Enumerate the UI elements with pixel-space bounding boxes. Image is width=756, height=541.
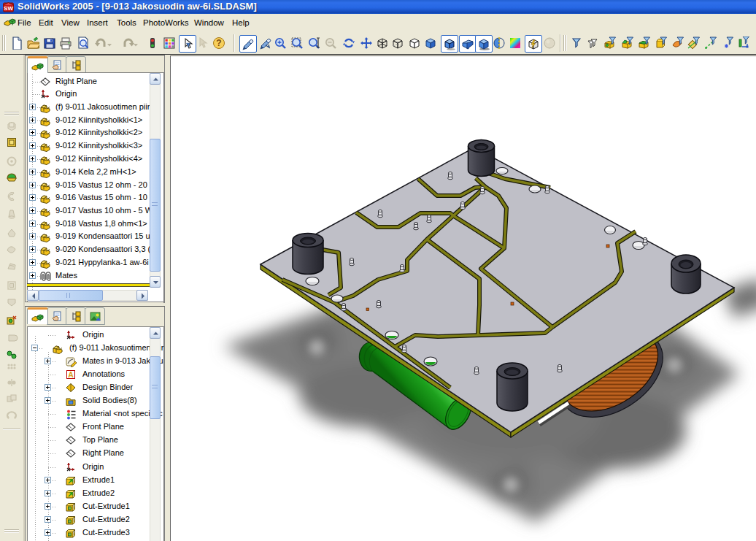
svg-text:A: A xyxy=(68,370,74,379)
svg-text:?: ? xyxy=(216,38,221,48)
svg-text:SW: SW xyxy=(4,5,13,12)
